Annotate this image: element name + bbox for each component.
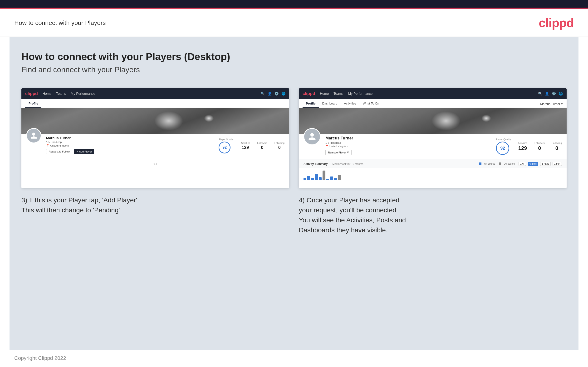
followers-stat-right: Followers 0 xyxy=(535,142,545,151)
mock-nav-left: clippd Home Teams My Performance 🔍 👤 ⚙️ … xyxy=(21,88,289,99)
golf-course-img-left xyxy=(21,108,289,134)
quality-circle-right: 92 xyxy=(496,142,509,155)
mock-stats-left: Player Quality 92 Activities 129 Followe… xyxy=(216,138,285,153)
globe-icon-left[interactable]: 🌐 xyxy=(281,92,285,95)
mock-profile-section-right: Marcus Turner 1-5 Handicap 📍 United King… xyxy=(299,134,567,159)
tab-profile-left[interactable]: Profile xyxy=(25,100,41,108)
desc-step3: 3) If this is your Player tap, 'Add Play… xyxy=(21,195,289,215)
screenshot-left-col: clippd Home Teams My Performance 🔍 👤 ⚙️ … xyxy=(21,88,289,235)
avatar-left xyxy=(26,128,41,143)
tab-profile-right[interactable]: Profile xyxy=(303,100,319,108)
player-info-right: Marcus Turner 1-5 Handicap 📍 United King… xyxy=(325,136,353,155)
following-stat-right: Following 0 xyxy=(552,142,562,151)
page-heading: How to connect with your Players (Deskto… xyxy=(21,51,567,62)
quality-stat-left: Player Quality 92 xyxy=(219,138,233,153)
followers-stat-left: Followers 0 xyxy=(257,142,267,150)
golf-course-img-right xyxy=(299,108,567,134)
search-icon-left[interactable]: 🔍 xyxy=(261,92,265,95)
nav-home-right[interactable]: Home xyxy=(320,92,329,95)
filter-3mths-button[interactable]: 3 mths xyxy=(540,162,551,166)
player-location-left: 📍 United Kingdom xyxy=(46,144,94,147)
quality-circle-left: 92 xyxy=(219,142,231,153)
activity-title-group: Activity Summary xyxy=(303,161,328,166)
nav-icons-right: 🔍 👤 ⚙️ 🌐 xyxy=(538,92,563,95)
screenshot-right-col: clippd Home Teams My Performance 🔍 👤 ⚙️ … xyxy=(299,88,567,235)
player-handicap-left: 1-5 Handicap xyxy=(46,141,94,143)
mock-stats-right: Player Quality 92 Activities 129 Followe… xyxy=(493,138,562,155)
nav-teams-left[interactable]: Teams xyxy=(56,92,66,95)
player-selector[interactable]: Marcus Turner ▾ xyxy=(540,100,563,108)
off-course-legend-dot xyxy=(499,162,501,165)
chart-bar-3 xyxy=(311,178,314,180)
activity-subtitle-group: Monthly Activity · 6 Months xyxy=(332,161,363,166)
mock-hero-right xyxy=(299,108,567,134)
off-course-legend-label: Off course xyxy=(504,162,515,165)
activity-filters: On course Off course 1 yr 6 mths 3 mths … xyxy=(479,162,562,166)
chart-bar-1 xyxy=(303,178,306,180)
activities-stat-right: Activities 129 xyxy=(518,142,527,151)
chart-bar-5 xyxy=(319,177,322,180)
mock-nav-right: clippd Home Teams My Performance 🔍 👤 ⚙️ … xyxy=(299,88,567,99)
nav-performance-right[interactable]: My Performance xyxy=(348,92,373,95)
activity-chart xyxy=(299,168,567,183)
add-player-button[interactable]: + Add Player xyxy=(74,149,94,154)
settings-icon-left[interactable]: ⚙️ xyxy=(275,92,278,95)
user-icon-right[interactable]: 👤 xyxy=(545,92,549,95)
footer: Copyright Clippd 2022 xyxy=(0,350,588,366)
mock-tabs-left: Profile xyxy=(21,99,289,108)
activity-title: Activity Summary xyxy=(303,162,328,166)
user-icon-left[interactable]: 👤 xyxy=(268,92,272,95)
nav-home-left[interactable]: Home xyxy=(43,92,51,95)
player-buttons-right: Remove Player ✕ xyxy=(325,150,353,155)
settings-icon-right[interactable]: ⚙️ xyxy=(552,92,556,95)
header-title: How to connect with your Players xyxy=(14,19,106,27)
header: How to connect with your Players clippd xyxy=(0,9,588,37)
clip-area-left: ✂ xyxy=(21,158,289,170)
chart-bar-10 xyxy=(338,175,341,180)
nav-icons-left: 🔍 👤 ⚙️ 🌐 xyxy=(261,92,285,95)
screenshot-right: clippd Home Teams My Performance 🔍 👤 ⚙️ … xyxy=(299,88,567,188)
following-stat-left: Following 0 xyxy=(275,142,285,150)
clippd-logo: clippd xyxy=(539,16,574,30)
activity-summary-bar: Activity Summary Monthly Activity · 6 Mo… xyxy=(299,159,567,168)
chevron-down-icon: ▾ xyxy=(561,102,563,106)
nav-logo-right: clippd xyxy=(303,91,315,96)
scissors-icon: ✂ xyxy=(153,161,157,167)
mock-tabs-right: Profile Dashboard Activities What To On … xyxy=(299,99,567,108)
location-pin-icon-left: 📍 xyxy=(46,144,50,147)
tab-dashboard-right[interactable]: Dashboard xyxy=(319,100,341,108)
mock-profile-section-left: Marcus Turner 1-5 Handicap 📍 United King… xyxy=(21,134,289,158)
add-icon: + xyxy=(77,150,78,153)
avatar-right xyxy=(303,128,321,145)
on-course-legend-label: On course xyxy=(484,162,495,165)
nav-teams-right[interactable]: Teams xyxy=(334,92,343,95)
chart-bar-6 xyxy=(322,171,325,180)
player-handicap-right: 1-5 Handicap xyxy=(325,141,353,144)
quality-stat-right: Player Quality 92 xyxy=(496,138,511,155)
filter-1mth-button[interactable]: 1 mth xyxy=(553,162,562,166)
chart-bar-2 xyxy=(307,176,310,180)
main-content: How to connect with your Players (Deskto… xyxy=(9,37,579,350)
page-subheading: Find and connect with your Players xyxy=(21,65,567,74)
tab-what-to-on-right[interactable]: What To On xyxy=(359,100,382,108)
nav-performance-left[interactable]: My Performance xyxy=(71,92,95,95)
player-location-right: 📍 United Kingdom xyxy=(325,145,353,148)
copyright: Copyright Clippd 2022 xyxy=(14,355,66,361)
activities-stat-left: Activities 129 xyxy=(241,142,250,150)
location-pin-icon-right: 📍 xyxy=(325,145,329,148)
top-bar xyxy=(0,0,588,8)
search-icon-right[interactable]: 🔍 xyxy=(538,92,542,95)
chart-bar-8 xyxy=(330,176,333,180)
remove-player-button[interactable]: Remove Player ✕ xyxy=(325,150,352,155)
screenshots-row: clippd Home Teams My Performance 🔍 👤 ⚙️ … xyxy=(21,88,567,235)
screenshot-left: clippd Home Teams My Performance 🔍 👤 ⚙️ … xyxy=(21,88,289,188)
close-icon: ✕ xyxy=(347,151,349,154)
avatar-wrap-right xyxy=(303,128,321,145)
request-follow-button[interactable]: Request to Follow xyxy=(46,149,72,154)
filter-6mths-button[interactable]: 6 mths xyxy=(528,162,538,166)
filter-1yr-button[interactable]: 1 yr xyxy=(519,162,526,166)
tab-activities-right[interactable]: Activities xyxy=(341,100,359,108)
globe-icon-right[interactable]: 🌐 xyxy=(559,92,563,95)
chart-bar-4 xyxy=(315,174,318,180)
on-course-legend-dot xyxy=(479,162,481,165)
